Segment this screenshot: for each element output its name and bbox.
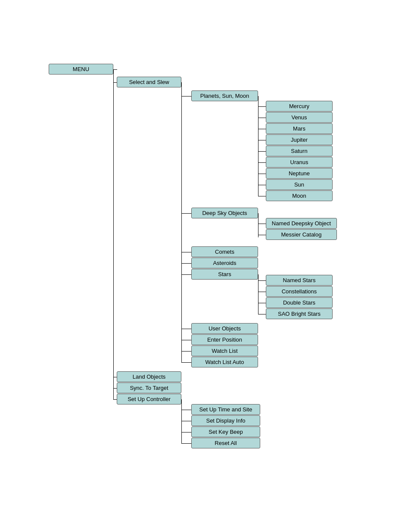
line-to-user-objects [181,329,191,329]
node-setup-time-site[interactable]: Set Up Time and Site [191,404,260,415]
node-planets[interactable]: Planets, Sun, Moon [191,90,258,101]
line-to-constellations [258,292,266,292]
node-setup-controller[interactable]: Set Up Controller [117,394,181,404]
node-stars[interactable]: Stars [191,269,258,280]
line-to-stars [181,274,191,275]
node-user-objects[interactable]: User Objects [191,323,258,334]
node-asteroids[interactable]: Asteroids [191,258,258,268]
line-to-setup-controller [113,399,117,400]
node-sun[interactable]: Sun [266,179,333,190]
line-to-enter-position [181,340,191,340]
node-double-stars[interactable]: Double Stars [266,297,333,308]
node-deepsky[interactable]: Deep Sky Objects [191,208,258,218]
node-mars[interactable]: Mars [266,123,333,134]
line-to-deepsky [181,213,191,214]
node-neptune[interactable]: Neptune [266,168,333,179]
node-saturn[interactable]: Saturn [266,146,333,156]
node-sao-bright[interactable]: SAO Bright Stars [266,308,333,319]
line-setup-trunk [181,399,182,443]
line-to-mars [258,129,266,129]
line-to-named-stars [258,280,266,281]
node-set-display-info[interactable]: Set Display Info [191,415,260,426]
line-to-jupiter [258,140,266,140]
line-to-uranus [258,162,266,163]
node-watch-list-auto[interactable]: Watch List Auto [191,357,258,367]
node-set-key-beep[interactable]: Set Key Beep [191,426,260,437]
line-to-reset-all [181,443,191,444]
line-to-sao-bright [258,314,266,314]
line-deepsky-trunk [258,213,258,237]
node-menu[interactable]: MENU [49,64,113,75]
node-venus[interactable]: Venus [266,112,333,123]
node-named-deepsky[interactable]: Named Deepsky Object [266,218,337,229]
line-planets-trunk [258,96,258,196]
diagram: MENU Select and Slew Planets, Sun, Moon … [0,0,411,532]
node-uranus[interactable]: Uranus [266,157,333,168]
node-jupiter[interactable]: Jupiter [266,134,333,145]
node-sync-target[interactable]: Sync. To Target [117,383,181,393]
node-enter-position[interactable]: Enter Position [191,334,258,345]
line-menu-trunk [113,69,114,399]
line-to-venus [258,118,266,118]
line-to-set-key-beep [181,432,191,432]
line-to-watch-list-auto [181,362,191,363]
node-select-slew[interactable]: Select and Slew [117,77,181,87]
line-to-asteroids [181,263,191,264]
line-menu-to-select-slew [113,69,117,70]
node-comets[interactable]: Comets [191,246,258,257]
node-named-stars[interactable]: Named Stars [266,275,333,286]
node-land-objects[interactable]: Land Objects [117,371,181,382]
line-to-double-stars [258,303,266,303]
node-reset-all[interactable]: Reset All [191,438,260,448]
line-to-messier [258,235,266,235]
line-to-set-display-info [181,421,191,421]
line-to-sun [258,185,266,185]
line-to-comets [181,252,191,252]
line-to-moon [258,196,266,196]
line-to-mercury [258,106,266,107]
line-to-named-deepsky [258,224,266,224]
node-messier[interactable]: Messier Catalog [266,229,337,240]
line-to-saturn [258,151,266,152]
node-mercury[interactable]: Mercury [266,101,333,112]
line-to-setup-time-site [181,410,191,410]
node-watch-list[interactable]: Watch List [191,345,258,356]
line-to-watch-list [181,351,191,352]
line-to-land-objects [113,377,117,377]
line-to-sync-target [113,388,117,389]
line-to-select-slew [113,82,117,83]
node-moon[interactable]: Moon [266,190,333,201]
node-constellations[interactable]: Constellations [266,286,333,297]
line-ss-trunk [181,82,182,362]
line-to-planets [181,96,191,96]
line-to-neptune [258,174,266,174]
